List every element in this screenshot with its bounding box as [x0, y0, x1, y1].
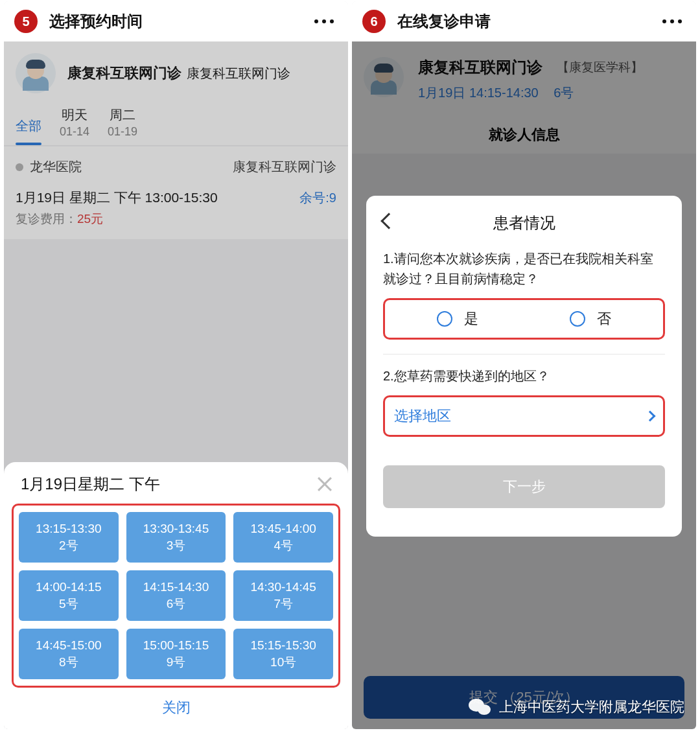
- tab-tomorrow[interactable]: 明天 01-14: [60, 106, 89, 145]
- more-icon[interactable]: [662, 19, 682, 23]
- time-slot[interactable]: 15:00-15:159号: [126, 629, 226, 679]
- region-label: 选择地区: [394, 406, 451, 426]
- appointment-no: 6号: [554, 86, 574, 100]
- radio-icon: [437, 311, 452, 327]
- time-picker-sheet: 1月19日星期二 下午 13:15-13:302号 13:30-13:453号 …: [4, 462, 348, 729]
- wechat-caption: 上海中医药大学附属龙华医院: [467, 694, 684, 720]
- close-icon[interactable]: [316, 475, 334, 493]
- dept-name: 康复科互联网门诊: [233, 158, 336, 176]
- header-title: 在线复诊申请: [397, 11, 491, 32]
- step-badge: 6: [362, 10, 386, 33]
- tab-all[interactable]: 全部: [16, 117, 41, 145]
- step-badge: 5: [14, 10, 38, 33]
- header: 5 选择预约时间: [4, 1, 348, 41]
- next-button[interactable]: 下一步: [383, 465, 665, 508]
- option-yes[interactable]: 是: [437, 309, 478, 329]
- slot-datetime: 1月19日 星期二 下午 13:00-15:30: [16, 189, 218, 207]
- dept-subtitle: 康复科互联网门诊: [187, 66, 290, 80]
- sheet-title: 1月19日星期二 下午: [21, 474, 160, 494]
- screen-followup-apply: 6 在线复诊申请 康复科互联网门诊 【康复医学科】 1月19日 14:15-14…: [352, 1, 696, 729]
- time-slot[interactable]: 14:30-14:457号: [233, 570, 333, 621]
- time-slot[interactable]: 13:30-13:453号: [126, 512, 226, 563]
- time-slot[interactable]: 15:15-15:3010号: [233, 629, 333, 679]
- radio-icon: [570, 311, 585, 327]
- patient-condition-popup: 患者情况 1.请问您本次就诊疾病，是否已在我院相关科室就诊过？且目前病情稳定？ …: [366, 196, 682, 537]
- time-slot[interactable]: 13:15-13:302号: [19, 512, 119, 563]
- time-slot-grid: 13:15-13:302号 13:30-13:453号 13:45-14:004…: [12, 504, 340, 688]
- time-slot-card[interactable]: 龙华医院 康复科互联网门诊 1月19日 星期二 下午 13:00-15:30 余…: [4, 146, 348, 239]
- fee-value: 25元: [77, 212, 103, 226]
- tab-tuesday[interactable]: 周二 01-19: [108, 106, 137, 145]
- doctor-card: 康复科互联网门诊 康复科互联网门诊: [4, 41, 348, 97]
- sheet-close-button[interactable]: 关闭: [12, 688, 340, 721]
- question-2: 2.您草药需要快递到的地区？: [383, 366, 665, 386]
- hospital-name: 龙华医院: [30, 158, 82, 176]
- date-tabs: 全部 明天 01-14 周二 01-19: [4, 97, 348, 146]
- popup-title: 患者情况: [383, 213, 665, 233]
- yes-no-group: 是 否: [383, 298, 665, 340]
- time-slot[interactable]: 14:00-14:155号: [19, 570, 119, 621]
- appointment-time: 1月19日 14:15-14:30: [418, 86, 539, 100]
- time-slot[interactable]: 13:45-14:004号: [233, 512, 333, 563]
- time-slot[interactable]: 14:15-14:306号: [126, 570, 226, 621]
- chevron-right-icon: [645, 411, 656, 422]
- avatar-icon: [16, 53, 56, 93]
- option-no[interactable]: 否: [570, 309, 611, 329]
- dept-title: 康复科互联网门诊: [418, 57, 542, 78]
- header: 6 在线复诊申请: [352, 1, 696, 41]
- time-slot[interactable]: 14:45-15:008号: [19, 629, 119, 679]
- avatar-icon: [364, 57, 404, 97]
- region-select[interactable]: 选择地区: [383, 395, 665, 437]
- svg-point-1: [478, 704, 491, 715]
- doctor-card: 康复科互联网门诊 【康复医学科】 1月19日 14:15-14:30 6号: [352, 41, 696, 116]
- dept-title: 康复科互联网门诊: [67, 65, 181, 81]
- wechat-icon: [467, 694, 493, 720]
- dot-icon: [16, 163, 23, 171]
- screen-select-time: 5 选择预约时间 康复科互联网门诊 康复科互联网门诊 全部 明天 01-14 周…: [4, 1, 348, 729]
- question-1: 1.请问您本次就诊疾病，是否已在我院相关科室就诊过？且目前病情稳定？: [383, 249, 665, 289]
- more-icon[interactable]: [314, 19, 334, 23]
- slot-remaining: 余号:9: [299, 189, 336, 207]
- section-title: 就诊人信息: [352, 116, 696, 154]
- header-title: 选择预约时间: [49, 11, 143, 32]
- fee-label: 复诊费用：: [16, 212, 77, 226]
- dept-tag: 【康复医学科】: [557, 59, 643, 76]
